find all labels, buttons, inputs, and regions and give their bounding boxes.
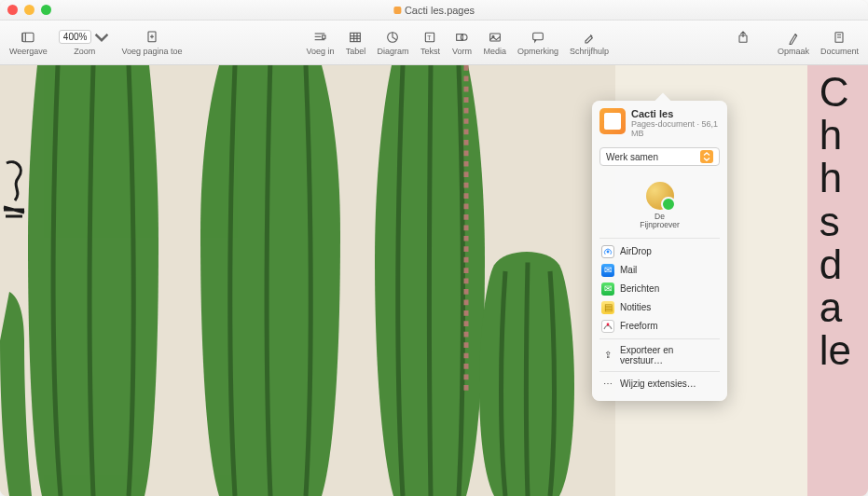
table-button[interactable]: Tabel	[339, 28, 371, 58]
share-freeform[interactable]: Freeform	[599, 317, 720, 336]
svg-rect-22	[533, 33, 544, 39]
svg-point-29	[607, 250, 610, 253]
export-icon: ⇪	[601, 349, 614, 362]
extensions-icon: ⋯	[601, 378, 614, 391]
view-button[interactable]: Weergave	[4, 28, 53, 58]
airdrop-icon	[601, 245, 614, 258]
share-notes[interactable]: ▤ Notities	[599, 298, 720, 317]
pages-window: Cacti les.pages Weergave 400% Zoom Voeg …	[0, 0, 868, 496]
share-popover: Cacti les Pages-document · 56,1 MB Werk …	[592, 101, 727, 401]
messages-icon: ✉︎	[601, 282, 614, 296]
share-mail[interactable]: ✉︎ Mail	[599, 261, 720, 280]
share-extensions[interactable]: ⋯ Wijzig extensies…	[599, 375, 720, 393]
svg-rect-9	[323, 35, 325, 38]
share-contact[interactable]: De Fijnproever	[599, 173, 720, 239]
svg-rect-0	[22, 33, 34, 41]
svg-point-19	[462, 34, 468, 40]
text-button[interactable]: T Tekst	[414, 28, 446, 58]
share-airdrop[interactable]: AirDrop	[599, 242, 720, 261]
notes-icon: ▤	[601, 301, 614, 314]
handwriting-annotation	[2, 158, 30, 224]
svg-text:T: T	[428, 34, 432, 40]
filename-label: Cacti les.pages	[405, 5, 475, 16]
document-canvas[interactable]: C h h s d a le Cacti les Pages-document …	[0, 65, 868, 496]
zoom-control[interactable]: 400% Zoom	[53, 28, 117, 58]
minimize-icon[interactable]	[24, 5, 34, 15]
insert-button[interactable]: Voeg in	[300, 28, 339, 58]
document-button[interactable]: Document	[815, 28, 864, 58]
writing-help-button[interactable]: Schrijfhulp	[564, 28, 614, 58]
comment-button[interactable]: Opmerking	[512, 28, 564, 58]
collaborate-dropdown[interactable]: Werk samen	[599, 147, 720, 166]
share-messages[interactable]: ✉︎ Berichten	[599, 280, 720, 298]
pages-doc-icon	[599, 108, 626, 134]
svg-rect-10	[351, 33, 361, 41]
zoom-window-icon[interactable]	[41, 5, 51, 15]
titlebar: Cacti les.pages	[0, 0, 868, 21]
document-title: Cacti les.pages	[393, 5, 475, 16]
share-button[interactable]	[727, 28, 759, 58]
share-export[interactable]: ⇪ Exporteer en verstuur…	[599, 342, 720, 368]
freeform-icon	[601, 320, 614, 333]
format-button[interactable]: Opmaak	[772, 28, 815, 58]
share-doc-meta: Pages-document · 56,1 MB	[631, 119, 720, 138]
chevron-down-icon	[93, 30, 110, 45]
close-icon[interactable]	[7, 5, 18, 15]
chevron-updown-icon	[700, 150, 713, 163]
mail-icon: ✉︎	[601, 264, 614, 277]
cactus-illustration	[0, 65, 615, 496]
avatar	[646, 182, 674, 210]
toolbar: Weergave 400% Zoom Voeg pagina toe Voeg …	[0, 21, 868, 65]
share-doc-name: Cacti les	[631, 108, 720, 119]
adjacent-page-text: C h h s d a le	[820, 65, 851, 372]
add-page-button[interactable]: Voeg pagina toe	[116, 28, 187, 58]
media-button[interactable]: Media	[477, 28, 512, 58]
share-menu: AirDrop ✉︎ Mail ✉︎ Berichten ▤ Notities …	[599, 239, 720, 393]
share-header: Cacti les Pages-document · 56,1 MB	[599, 108, 720, 144]
pages-file-icon	[393, 7, 401, 14]
shape-button[interactable]: Vorm	[446, 28, 477, 58]
contact-name: De Fijnproever	[640, 213, 680, 230]
chart-button[interactable]: Diagram	[371, 28, 414, 58]
svg-point-30	[607, 323, 610, 325]
zoom-value: 400%	[59, 30, 92, 44]
window-controls	[7, 5, 51, 15]
